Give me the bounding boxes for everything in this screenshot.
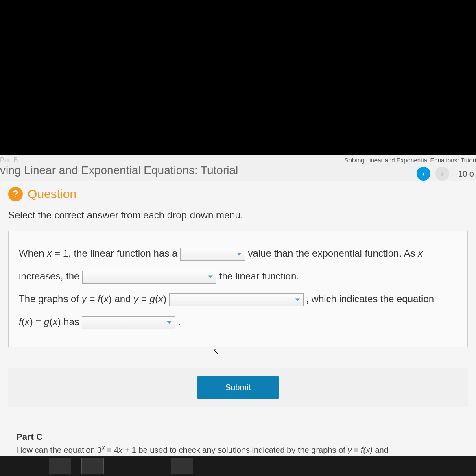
part-c-text: How can the equation 3x = 4x + 1 be used… — [16, 444, 468, 455]
text-segment: = — [138, 293, 149, 304]
nav-back-button[interactable]: ‹ — [417, 167, 430, 181]
text-segment: . — [178, 316, 181, 327]
taskbar-app-icon[interactable] — [49, 458, 71, 474]
variable-x: x — [104, 293, 109, 304]
part-c-title: Part C — [16, 432, 468, 442]
variable-x: x — [52, 316, 57, 327]
dropdown-4[interactable] — [82, 316, 175, 329]
chevron-down-icon — [295, 298, 300, 301]
chevron-right-icon: › — [441, 170, 443, 178]
dropdown-3[interactable] — [169, 293, 304, 306]
text-segment: When — [19, 248, 47, 259]
variable-x: x — [47, 248, 52, 259]
taskbar-app-icon[interactable] — [171, 458, 193, 474]
text-segment: = — [87, 293, 98, 304]
chevron-down-icon — [167, 321, 172, 324]
submit-button[interactable]: Submit — [197, 376, 279, 399]
question-box: When x = 1, the linear function has a va… — [8, 231, 468, 347]
function-f: f — [19, 316, 22, 327]
taskbar-app-icon[interactable] — [81, 458, 104, 474]
tutorial-title: ving Linear and Exponential Equations: T… — [0, 164, 238, 177]
chevron-down-icon — [208, 275, 213, 278]
text-segment: ( — [100, 293, 104, 304]
text-segment: The graphs of — [19, 293, 82, 304]
variable-x: x — [418, 248, 423, 259]
text-segment: increases, the — [19, 271, 82, 282]
text-segment: ) and — [109, 293, 133, 304]
function-f: f — [98, 293, 100, 304]
dropdown-1[interactable] — [180, 248, 245, 261]
variable-x: x — [158, 293, 163, 304]
breadcrumb: Solving Linear and Exponential Equations… — [344, 157, 476, 164]
function-g: g — [44, 316, 49, 327]
question-title: Question — [28, 187, 76, 201]
question-icon: ? — [8, 187, 23, 201]
text-segment: ) — [163, 293, 169, 304]
variable-y: y — [133, 293, 138, 304]
part-label: Part B — [0, 157, 238, 164]
cursor-icon: ↖ — [213, 347, 219, 356]
text-segment: ( — [155, 293, 158, 304]
text-segment: = 1, the linear function has a — [52, 248, 180, 259]
dropdown-2[interactable] — [82, 271, 216, 284]
question-instruction: Select the correct answer from each drop… — [8, 210, 468, 221]
nav-forward-button[interactable]: › — [435, 167, 449, 181]
page-counter: 10 o — [458, 169, 474, 179]
chevron-down-icon — [237, 253, 242, 255]
text-segment: value than the exponential function. As — [248, 248, 418, 259]
text-segment: , which indicates the equation — [306, 293, 434, 304]
variable-x: x — [25, 316, 30, 327]
function-g: g — [150, 293, 155, 304]
text-segment: the linear function. — [219, 271, 299, 282]
chevron-left-icon: ‹ — [422, 170, 425, 178]
variable-y: y — [82, 293, 87, 304]
text-segment: ) = — [30, 316, 44, 327]
text-segment: ) has — [57, 316, 82, 327]
taskbar — [0, 456, 476, 476]
text-segment: ( — [22, 316, 25, 327]
